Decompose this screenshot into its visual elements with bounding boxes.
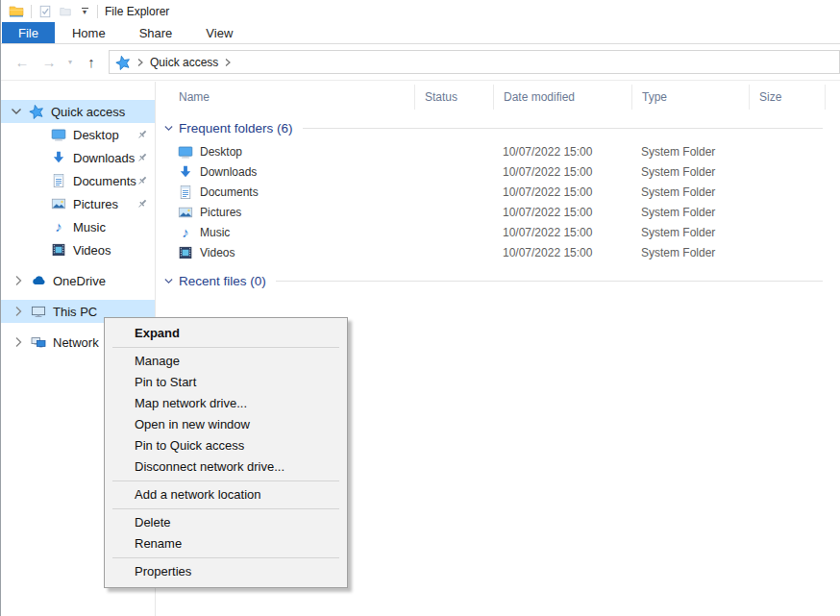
context-menu-item-map-network-drive[interactable]: Map network drive... <box>105 393 347 414</box>
chevron-right-icon[interactable] <box>11 304 26 319</box>
row-name: Downloads <box>200 165 257 179</box>
customize-toolbar-dropdown-icon[interactable]: ▾ <box>79 8 90 15</box>
chevron-down-icon[interactable] <box>162 275 175 287</box>
context-menu-item-open-in-new-window[interactable]: Open in new window <box>105 414 347 435</box>
column-header-type[interactable]: Type <box>631 85 749 110</box>
tab-file[interactable]: File <box>2 22 55 43</box>
table-row[interactable]: ♪ Music 10/07/2022 15:00 System Folder <box>156 222 840 242</box>
sidebar-item-quick-access[interactable]: Quick access <box>1 100 155 123</box>
row-name: Desktop <box>200 145 242 159</box>
back-icon[interactable]: ← <box>11 51 34 74</box>
context-menu-item-manage[interactable]: Manage <box>105 351 347 372</box>
context-menu-separator <box>112 480 339 481</box>
properties-check-icon[interactable] <box>38 5 52 18</box>
column-header-date-modified[interactable]: Date modified <box>493 85 631 110</box>
pictures-icon <box>51 196 66 211</box>
context-menu-item-properties[interactable]: Properties <box>105 561 347 582</box>
group-header-recent-files[interactable]: Recent files (0) <box>156 271 840 290</box>
tab-home[interactable]: Home <box>56 22 122 43</box>
chevron-down-icon[interactable] <box>9 104 24 119</box>
videos-icon <box>51 242 66 258</box>
context-menu-item-delete[interactable]: Delete <box>105 512 347 533</box>
sidebar-item-label: This PC <box>53 305 97 319</box>
downloads-icon <box>178 164 193 180</box>
documents-icon <box>178 185 193 200</box>
sidebar-item-label: Videos <box>73 243 111 258</box>
downloads-icon <box>51 150 66 165</box>
sidebar-item-music[interactable]: ♪ Music <box>1 215 155 238</box>
sidebar-item-videos[interactable]: Videos <box>1 238 155 261</box>
row-type: System Folder <box>631 165 749 179</box>
tab-share[interactable]: Share <box>123 22 189 43</box>
up-icon[interactable]: ↑ <box>80 51 103 74</box>
new-folder-icon[interactable] <box>59 5 72 18</box>
row-name: Documents <box>200 185 259 199</box>
chevron-right-icon[interactable] <box>11 334 26 350</box>
sidebar-item-label: Desktop <box>73 128 119 142</box>
pictures-icon <box>178 205 193 220</box>
sidebar-item-pictures[interactable]: Pictures <box>1 192 155 215</box>
this-pc-icon <box>31 304 46 319</box>
table-row[interactable]: Downloads 10/07/2022 15:00 System Folder <box>156 161 840 182</box>
context-menu-item-pin-to-quick-access[interactable]: Pin to Quick access <box>105 435 347 456</box>
context-menu-separator <box>112 347 339 348</box>
chevron-right-icon[interactable] <box>11 273 26 288</box>
row-date-modified: 10/07/2022 15:00 <box>493 165 631 179</box>
file-explorer-icon <box>9 4 24 19</box>
recent-locations-dropdown-icon[interactable]: ▾ <box>64 58 76 66</box>
group-rule <box>276 281 823 282</box>
sidebar-item-label: Music <box>73 220 106 234</box>
documents-icon <box>51 173 66 188</box>
table-row[interactable]: Pictures 10/07/2022 15:00 System Folder <box>156 202 840 222</box>
pin-icon[interactable] <box>136 174 149 187</box>
sidebar-item-label: Documents <box>73 174 136 188</box>
context-menu-separator <box>112 508 339 509</box>
music-icon: ♪ <box>178 225 193 240</box>
column-header-status[interactable]: Status <box>414 85 493 110</box>
column-header-size[interactable]: Size <box>749 85 825 110</box>
sidebar-item-label: OneDrive <box>53 274 106 288</box>
onedrive-cloud-icon <box>31 273 46 288</box>
row-date-modified: 10/07/2022 15:00 <box>493 246 631 259</box>
tab-view[interactable]: View <box>189 22 249 43</box>
breadcrumb-chevron-icon[interactable] <box>223 58 233 67</box>
table-row[interactable]: Documents 10/07/2022 15:00 System Folder <box>156 182 840 202</box>
sidebar-item-downloads[interactable]: Downloads <box>1 146 155 169</box>
title-bar: ▾ File Explorer <box>1 0 840 22</box>
sidebar-item-desktop[interactable]: Desktop <box>1 123 155 146</box>
context-menu-item-rename[interactable]: Rename <box>105 533 347 554</box>
desktop-icon <box>178 144 193 160</box>
sidebar-item-label: Network <box>53 335 99 350</box>
table-row[interactable]: Desktop 10/07/2022 15:00 System Folder <box>156 141 840 161</box>
group-rule <box>303 128 823 129</box>
address-bar[interactable]: Quick access <box>109 50 840 74</box>
navigation-bar: ← → ▾ ↑ Quick access <box>1 44 840 81</box>
column-header-name[interactable]: Name <box>156 85 414 110</box>
sidebar-item-documents[interactable]: Documents <box>1 169 155 192</box>
chevron-down-icon[interactable] <box>162 122 175 135</box>
sidebar-item-onedrive[interactable]: OneDrive <box>1 269 155 292</box>
music-icon: ♪ <box>51 219 66 234</box>
frequent-folders-list: Desktop 10/07/2022 15:00 System Folder D… <box>156 141 840 262</box>
row-type: System Folder <box>631 185 749 199</box>
context-menu-item-expand[interactable]: Expand <box>105 323 347 344</box>
group-header-frequent-folders[interactable]: Frequent folders (6) <box>156 118 840 137</box>
breadcrumb-chevron-icon[interactable] <box>136 58 145 67</box>
row-date-modified: 10/07/2022 15:00 <box>493 226 631 239</box>
context-menu-item-add-network-location[interactable]: Add a network location <box>105 484 347 505</box>
pin-icon[interactable] <box>136 151 149 164</box>
group-label: Frequent folders (6) <box>179 121 293 136</box>
pin-icon[interactable] <box>136 197 149 210</box>
table-row[interactable]: Videos 10/07/2022 15:00 System Folder <box>156 242 840 262</box>
videos-icon <box>178 245 193 260</box>
sidebar-item-label: Pictures <box>73 197 118 211</box>
context-menu-item-disconnect-network-drive[interactable]: Disconnect network drive... <box>105 456 347 478</box>
column-header-spacer <box>825 85 840 110</box>
pin-icon[interactable] <box>136 128 149 141</box>
titlebar-separator <box>31 5 32 18</box>
context-menu-item-pin-to-start[interactable]: Pin to Start <box>105 372 347 393</box>
titlebar-separator <box>97 5 98 18</box>
forward-icon[interactable]: → <box>37 51 61 74</box>
row-type: System Folder <box>631 226 749 239</box>
breadcrumb-segment[interactable]: Quick access <box>150 56 218 69</box>
